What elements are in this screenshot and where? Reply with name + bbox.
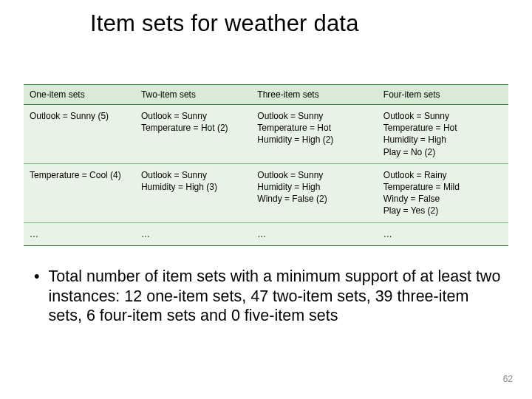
cell: … xyxy=(378,222,508,245)
table-header-row: One-item sets Two-item sets Three-item s… xyxy=(24,85,508,105)
bullet-text: Total number of item sets with a minimum… xyxy=(49,267,502,327)
cell-line: Temperature = Mild xyxy=(383,181,502,193)
cell-line: … xyxy=(30,228,129,240)
itemsets-table: One-item sets Two-item sets Three-item s… xyxy=(24,84,508,246)
cell-line: Outlook = Sunny xyxy=(257,110,372,122)
page-number: 62 xyxy=(503,374,513,384)
page-title: Item sets for weather data xyxy=(90,10,508,37)
cell: … xyxy=(135,222,251,245)
bullet-dot-icon: • xyxy=(34,267,40,327)
cell: Outlook = Sunny (5) xyxy=(24,105,135,164)
cell-line: Humidity = High (2) xyxy=(257,134,372,146)
cell: Outlook = RainyTemperature = MildWindy =… xyxy=(378,163,508,222)
col-header-one-item: One-item sets xyxy=(24,85,135,105)
table-row: Outlook = Sunny (5) Outlook = SunnyTempe… xyxy=(24,105,508,164)
cell-line: … xyxy=(257,228,372,240)
cell-line: Humidity = High (3) xyxy=(141,181,245,193)
cell: Outlook = SunnyHumidity = High (3) xyxy=(135,163,251,222)
cell-line: Outlook = Rainy xyxy=(383,169,502,181)
cell: … xyxy=(251,222,378,245)
table-row: … … … … xyxy=(24,222,508,245)
col-header-two-item: Two-item sets xyxy=(135,85,251,105)
cell-line: Temperature = Hot xyxy=(383,122,502,134)
col-header-four-item: Four-item sets xyxy=(378,85,508,105)
cell-line: Humidity = High xyxy=(257,181,372,193)
cell-line: Windy = False xyxy=(383,193,502,205)
cell-line: Temperature = Hot xyxy=(257,122,372,134)
cell: … xyxy=(24,222,135,245)
col-header-three-item: Three-item sets xyxy=(251,85,378,105)
cell-line: Outlook = Sunny xyxy=(141,169,245,181)
cell-line: Humidity = High xyxy=(383,134,502,146)
cell-line: Outlook = Sunny (5) xyxy=(30,110,129,122)
cell-line: Play = No (2) xyxy=(383,146,502,158)
cell-line: Temperature = Hot (2) xyxy=(141,122,245,134)
cell-line: Outlook = Sunny xyxy=(141,110,245,122)
bullet-item: • Total number of item sets with a minim… xyxy=(30,267,502,327)
cell-line: Temperature = Cool (4) xyxy=(30,169,129,181)
cell-line: Outlook = Sunny xyxy=(257,169,372,181)
cell-line: Windy = False (2) xyxy=(257,193,372,205)
slide: Item sets for weather data One-item sets… xyxy=(0,0,532,399)
cell-line: … xyxy=(141,228,245,240)
cell-line: Play = Yes (2) xyxy=(383,205,502,216)
cell: Temperature = Cool (4) xyxy=(24,163,135,222)
cell: Outlook = SunnyTemperature = HotHumidity… xyxy=(251,105,378,164)
cell-line: Outlook = Sunny xyxy=(383,110,502,122)
table-body: Outlook = Sunny (5) Outlook = SunnyTempe… xyxy=(24,105,508,246)
table-row: Temperature = Cool (4) Outlook = SunnyHu… xyxy=(24,163,508,222)
cell: Outlook = SunnyHumidity = HighWindy = Fa… xyxy=(251,163,378,222)
cell: Outlook = SunnyTemperature = Hot (2) xyxy=(135,105,251,164)
cell-line: … xyxy=(383,228,502,240)
cell: Outlook = SunnyTemperature = HotHumidity… xyxy=(378,105,508,164)
